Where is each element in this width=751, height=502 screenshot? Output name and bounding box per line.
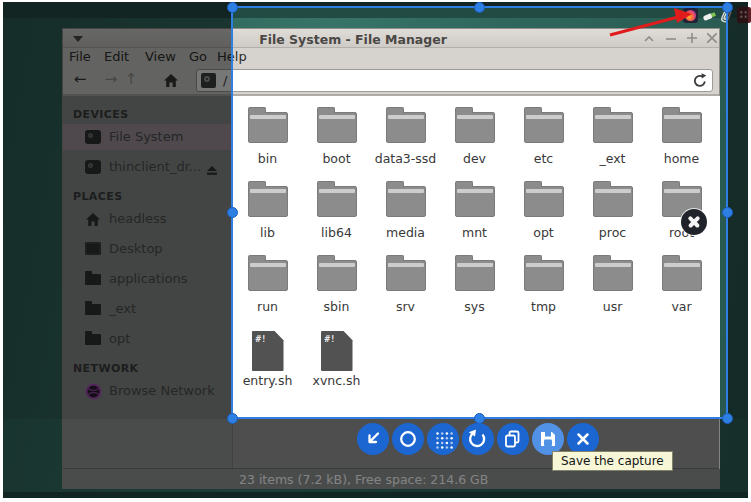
selection-handle-6[interactable]	[474, 413, 485, 424]
selection-handle-7[interactable]	[722, 413, 733, 424]
dim-overlay-left	[3, 6, 231, 419]
selection-handle-0[interactable]	[227, 2, 238, 13]
copy-button[interactable]	[497, 423, 529, 455]
annotation-arrow	[598, 6, 698, 42]
save-tooltip: Save the capture	[552, 451, 673, 471]
undo-button[interactable]	[462, 423, 494, 455]
selection-handle-1[interactable]	[474, 2, 485, 13]
screenshot-stage: File System - File Manager FileEditViewG…	[0, 0, 751, 502]
selection-handle-3[interactable]	[227, 207, 238, 218]
ellipse-tool-button[interactable]	[392, 423, 424, 455]
capture-selection[interactable]	[231, 6, 728, 419]
selection-handle-2[interactable]	[722, 2, 733, 13]
pixelate-tool-button[interactable]	[427, 423, 459, 455]
selection-handle-4[interactable]	[722, 207, 733, 218]
selection-handle-5[interactable]	[227, 413, 238, 424]
move-selection-button[interactable]	[357, 423, 389, 455]
